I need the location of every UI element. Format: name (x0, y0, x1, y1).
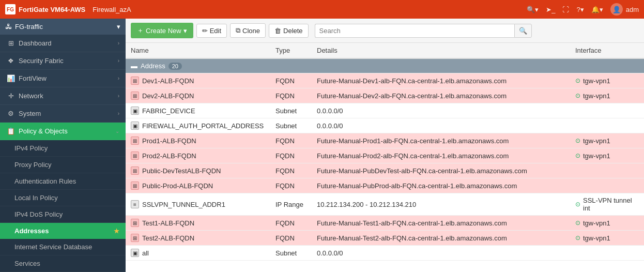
sidebar-item-services[interactable]: Services (0, 255, 126, 272)
table-row[interactable]: ⊞Prod1-ALB-FQDNFQDNFuture-Manual-Prod1-a… (126, 133, 644, 148)
interface-indicator-icon: ⊙ (575, 92, 580, 99)
address-name: Test2-ALB-FQDN (142, 234, 194, 242)
address-name: Public-DevTestALB-FQDN (142, 167, 221, 175)
network-icon: ✛ (6, 92, 16, 100)
address-interface: ⊙tgw-vpn1 (570, 73, 644, 88)
address-type-icon: ⊞ (131, 234, 139, 242)
address-details: Future-Manual-Test1-alb-FQN.ca-central-1… (312, 216, 570, 231)
edit-label: Edit (210, 27, 221, 35)
table-row[interactable]: ▣FABRIC_DEVICESubnet0.0.0.0/0 (126, 103, 644, 118)
clone-button[interactable]: ⧉ Clone (230, 23, 266, 38)
sidebar-item-proxy-policy[interactable]: Proxy Policy (0, 157, 126, 173)
main-content: ＋ Create New ▾ ✏ Edit ⧉ Clone 🗑 Delete 🔍 (126, 19, 644, 272)
address-name: Public-Prod-ALB-FQDN (142, 182, 213, 190)
address-details: 0.0.0.0/0 (312, 246, 570, 261)
address-interface: ⊙tgw-vpn1 (570, 88, 644, 103)
chevron-icon: › (118, 93, 119, 99)
address-type: FQDN (270, 163, 312, 178)
table-row[interactable]: ▣FIREWALL_AUTH_PORTAL_ADDRESSSubnet0.0.0… (126, 118, 644, 133)
sidebar-item-addresses[interactable]: Addresses ★ (0, 223, 126, 239)
sidebar-item-internet-service-db[interactable]: Internet Service Database (0, 239, 126, 255)
address-name: SSLVPN_TUNNEL_ADDR1 (142, 201, 225, 208)
table-row[interactable]: ⊞Prod2-ALB-FQDNFQDNFuture-Manual-Prod2-a… (126, 148, 644, 163)
sidebar-item-local-in-policy[interactable]: Local In Policy (0, 190, 126, 206)
table-row[interactable]: ⊞Public-Prod-ALB-FQDNFQDNFuture-Manual-P… (126, 178, 644, 193)
sidebar-dropdown[interactable]: 🖧 FG-traffic ▾ (0, 19, 126, 35)
interface-indicator-icon: ⊙ (575, 201, 580, 208)
address-details: Future-Manual-PubProd-alb-FQN.ca-central… (312, 178, 570, 193)
address-type: IP Range (270, 193, 312, 216)
fortiview-icon: 📊 (6, 74, 16, 82)
sidebar-item-ipv4-dos-policy[interactable]: IPv4 DoS Policy (0, 206, 126, 223)
address-type-icon: ≡ (131, 200, 139, 208)
address-type: FQDN (270, 148, 312, 163)
address-interface: ⊙SSL-VPN tunnel int (570, 193, 644, 216)
address-interface (570, 246, 644, 261)
fullscreen-icon[interactable]: ⛶ (562, 6, 569, 13)
sidebar-item-fortiview[interactable]: 📊 FortiView › (0, 70, 126, 87)
sidebar-item-security-fabric[interactable]: ❖ Security Fabric › (0, 52, 126, 70)
search-icon[interactable]: 🔍▾ (527, 6, 539, 13)
internet-service-db-label: Internet Service Database (14, 243, 92, 251)
search-button[interactable]: 🔍 (514, 24, 532, 38)
search-input[interactable] (315, 24, 514, 38)
sidebar-item-dashboard[interactable]: ⊞ Dashboard › (0, 35, 126, 52)
address-interface: ⊙tgw-vpn1 (570, 231, 644, 246)
topbar-logo: FG FortiGate VM64-AWS (5, 4, 85, 14)
table-row[interactable]: ⊞Dev1-ALB-FQDNFQDNFuture-Manual-Dev1-alb… (126, 73, 644, 88)
col-details[interactable]: Details (312, 43, 570, 58)
address-details: Future-Manual-PubDevTest-alb-FQN.ca-cent… (312, 163, 570, 178)
fortigate-logo-icon: FG (5, 4, 16, 14)
collapse-icon: ▬ (131, 62, 137, 70)
address-details: Future-Manual-Dev1-alb-FQN.ca-central-1.… (312, 73, 570, 88)
table-row[interactable]: ≡SSLVPN_TUNNEL_ADDR1IP Range10.212.134.2… (126, 193, 644, 216)
address-group-header[interactable]: ▬ Address 20 (126, 58, 644, 73)
create-new-button[interactable]: ＋ Create New ▾ (131, 23, 193, 38)
bell-icon[interactable]: 🔔▾ (591, 6, 603, 13)
table-row[interactable]: ⊞Test2-ALB-FQDNFQDNFuture-Manual-Test2-a… (126, 231, 644, 246)
sidebar-item-system[interactable]: ⚙ System › (0, 105, 126, 123)
edit-button[interactable]: ✏ Edit (196, 24, 227, 38)
ipv4-policy-label: IPv4 Policy (14, 144, 48, 152)
search-container: 🔍 (315, 24, 532, 38)
address-type: FQDN (270, 133, 312, 148)
sidebar-item-network[interactable]: ✛ Network › (0, 87, 126, 105)
topbar-device-name: FortiGate VM64-AWS (19, 6, 85, 13)
security-fabric-icon: ❖ (6, 57, 16, 65)
delete-button[interactable]: 🗑 Delete (269, 24, 309, 38)
address-type: Subnet (270, 246, 312, 261)
table-row[interactable]: ⊞Dev2-ALB-FQDNFQDNFuture-Manual-Dev2-alb… (126, 88, 644, 103)
address-name: Prod1-ALB-FQDN (142, 137, 196, 145)
table-row[interactable]: ▣allSubnet0.0.0.0/0 (126, 246, 644, 261)
sidebar-item-label: Security Fabric (19, 57, 118, 65)
interface-indicator-icon: ⊙ (575, 137, 580, 144)
address-interface (570, 163, 644, 178)
terminal-icon[interactable]: ➤_ (546, 6, 555, 13)
delete-icon: 🗑 (274, 27, 281, 35)
chevron-icon: › (118, 40, 119, 46)
search-icon: 🔍 (519, 27, 527, 35)
table-row[interactable]: ⊞Test1-ALB-FQDNFQDNFuture-Manual-Test1-a… (126, 216, 644, 231)
col-name[interactable]: Name (126, 43, 270, 58)
topbar: FG FortiGate VM64-AWS Firewall_azA 🔍▾ ➤_… (0, 0, 644, 19)
sidebar-item-ipv4-policy[interactable]: IPv4 Policy (0, 140, 126, 157)
table-row[interactable]: ⊞Public-DevTestALB-FQDNFQDNFuture-Manual… (126, 163, 644, 178)
toolbar: ＋ Create New ▾ ✏ Edit ⧉ Clone 🗑 Delete 🔍 (126, 19, 644, 43)
col-type[interactable]: Type (270, 43, 312, 58)
sidebar-item-policy-objects[interactable]: 📋 Policy & Objects ⌄ (0, 123, 126, 140)
address-type: FQDN (270, 216, 312, 231)
interface-name: tgw-vpn1 (583, 152, 610, 160)
address-type: Subnet (270, 103, 312, 118)
user-menu[interactable]: 👤 adm (610, 3, 639, 16)
col-interface[interactable]: Interface (570, 43, 644, 58)
clone-icon: ⧉ (236, 26, 240, 35)
address-type-icon: ▣ (131, 122, 139, 130)
chevron-icon: ⌄ (115, 128, 119, 134)
star-icon: ★ (114, 228, 119, 235)
help-icon[interactable]: ?▾ (576, 6, 584, 13)
dashboard-icon: ⊞ (6, 39, 16, 47)
sidebar-item-label: System (19, 110, 118, 117)
sidebar-item-auth-rules[interactable]: Authentication Rules (0, 173, 126, 190)
interface-name: SSL-VPN tunnel int (583, 197, 639, 212)
proxy-policy-label: Proxy Policy (14, 161, 52, 169)
